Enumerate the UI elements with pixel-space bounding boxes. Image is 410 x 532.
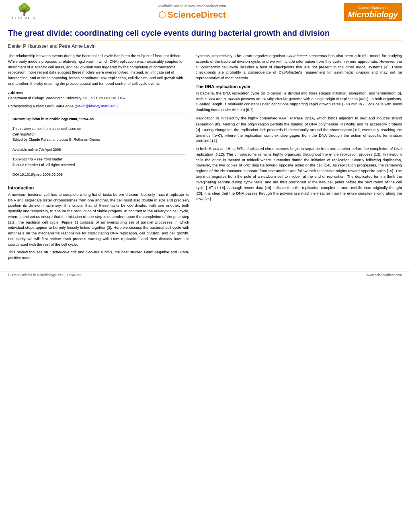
corresponding-author: Corresponding author: Levin, Petra Anne … bbox=[8, 104, 189, 109]
right-column: systems, respectively. The Gram-negative… bbox=[196, 53, 402, 263]
divider2 bbox=[12, 145, 185, 145]
divider3 bbox=[12, 154, 185, 155]
intro-para1: A newborn bacterial cell has to complete… bbox=[8, 192, 189, 247]
divider4 bbox=[12, 170, 185, 170]
journal-micro: Microbiology bbox=[348, 10, 398, 18]
dna-para2: Replication is initiated by the highly c… bbox=[196, 115, 402, 144]
page-header: 🌳 ELSEVIER Available online at www.scien… bbox=[0, 0, 410, 23]
sciencedirect-branding: Available online at www.sciencedirect.co… bbox=[40, 4, 344, 20]
sd-icon: ⬡ bbox=[158, 10, 166, 20]
left-column: The relationship between events during t… bbox=[8, 53, 189, 263]
footer-right: www.sciencedirect.com bbox=[367, 273, 402, 277]
address-text: Department of Biology, Washington Univer… bbox=[8, 96, 189, 101]
right-systems-para: systems, respectively. The Gram-negative… bbox=[196, 53, 402, 81]
elsevier-tree-icon: 🌳 bbox=[17, 4, 31, 15]
journal-badge: Current Opinion in Microbiology bbox=[344, 3, 402, 21]
available-online-text: Available online at www.sciencedirect.co… bbox=[40, 4, 344, 8]
doi-label: DOI bbox=[12, 173, 20, 177]
page-footer: Current Opinion in Microbiology 2008, 11… bbox=[0, 271, 410, 279]
introduction-heading: Introduction bbox=[8, 185, 189, 190]
available-date: Available online 7th April 2008 bbox=[12, 147, 185, 153]
address-label: Address bbox=[8, 90, 189, 95]
dna-replication-heading: The DNA replication cycle bbox=[196, 84, 402, 89]
two-column-layout: The relationship between events during t… bbox=[8, 53, 402, 263]
journal-info-title: Current Opinion in Microbiology 2008, 11… bbox=[12, 117, 185, 122]
themed-issue-label: This review comes from a themed issue on bbox=[12, 126, 185, 132]
abstract-text: The relationship between events during t… bbox=[8, 53, 189, 86]
corresponding-label: Corresponding author: bbox=[8, 104, 44, 108]
doi-value: 10.1016/j.mib.2008.02.008 bbox=[20, 173, 63, 177]
divider bbox=[12, 124, 185, 124]
sd-wordmark: ScienceDirect bbox=[168, 10, 226, 20]
issn: 1369-5274/$ – see front matter bbox=[12, 157, 185, 162]
bsubtilis-italic: Bacillus subtilis bbox=[86, 250, 112, 254]
edited-by: Edited by Claude Parsot and Lucia B. Rot… bbox=[12, 137, 185, 143]
themed-issue: Cell regulation bbox=[12, 132, 185, 138]
elsevier-label: ELSEVIER bbox=[12, 16, 36, 20]
dna-para3: In both E. coli and B. subtilis, duplica… bbox=[196, 146, 402, 202]
elsevier-logo: 🌳 ELSEVIER bbox=[8, 4, 40, 20]
corresponding-name: Levin, Petra Anne bbox=[45, 104, 74, 108]
doi-line: DOI 10.1016/j.mib.2008.02.008 bbox=[12, 172, 185, 178]
email-link[interactable]: plevin@biology.wustl.edu bbox=[76, 104, 117, 108]
main-content: The great divide: coordinating cell cycl… bbox=[0, 23, 410, 267]
footer-left: Current Opinion in Microbiology 2008, 11… bbox=[8, 273, 81, 277]
ecoli-italic: Escherichia coli bbox=[49, 250, 76, 254]
article-authors: Daniel P Haeusser and Petra Anne Levin bbox=[8, 43, 402, 49]
article-title: The great divide: coordinating cell cycl… bbox=[8, 28, 402, 41]
copyright: © 2008 Elsevier Ltd. All rights reserved… bbox=[12, 162, 185, 168]
journal-co-in: Current Opinion in bbox=[348, 6, 398, 10]
address-section: Address Department of Biology, Washingto… bbox=[8, 90, 189, 101]
intro-para2: This review focuses on Escherichia coli … bbox=[8, 249, 189, 261]
sciencedirect-logo: ⬡ ScienceDirect bbox=[40, 10, 344, 20]
info-box: Current Opinion in Microbiology 2008, 11… bbox=[8, 113, 189, 181]
dna-para1: In bacteria, the DNA replication cycle (… bbox=[196, 90, 402, 113]
